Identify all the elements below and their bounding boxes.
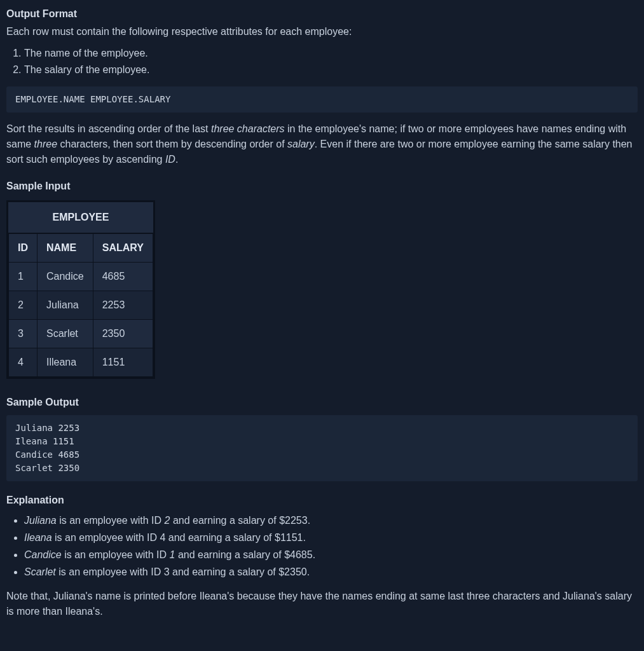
text: is an employee with ID 3 and earning a s… <box>56 566 310 577</box>
table-row: 3 Scarlet 2350 <box>9 320 153 348</box>
list-item: Scarlet is an employee with ID 3 and ear… <box>24 565 638 580</box>
explanation-list: Juliana is an employee with ID 2 and ear… <box>6 513 638 580</box>
table-row: 1 Candice 4685 <box>9 263 153 291</box>
text: is an employee with ID <box>62 549 170 560</box>
list-item: Juliana is an employee with ID 2 and ear… <box>24 513 638 528</box>
cell-salary: 2350 <box>93 320 153 348</box>
text: is an employee with ID 4 and earning a s… <box>52 532 306 543</box>
text: is an employee with ID <box>57 515 165 526</box>
output-format-code: EMPLOYEE.NAME EMPLOYEE.SALARY <box>6 86 638 113</box>
employee-name-italic: Juliana <box>24 515 57 526</box>
text: characters, then sort them by descending… <box>57 139 287 149</box>
heading-explanation: Explanation <box>6 493 638 508</box>
italic-text: ID <box>165 154 175 165</box>
list-item: Candice is an employee with ID 1 and ear… <box>24 547 638 563</box>
col-name: NAME <box>38 234 93 263</box>
explanation-note: Note that, Juliana's name is printed bef… <box>6 589 638 619</box>
table-header-row: ID NAME SALARY <box>9 234 153 263</box>
list-item: Ileana is an employee with ID 4 and earn… <box>24 530 638 545</box>
employee-name-italic: Candice <box>24 549 62 560</box>
cell-name: Scarlet <box>38 320 93 348</box>
cell-name: Juliana <box>38 291 93 320</box>
employee-name-italic: Scarlet <box>24 566 56 577</box>
text: and earning a salary of $2253. <box>170 515 310 526</box>
employee-name-italic: Ileana <box>24 532 52 543</box>
col-salary: SALARY <box>93 234 153 263</box>
italic-text: three characters <box>211 123 285 134</box>
cell-salary: 4685 <box>93 263 153 291</box>
cell-salary: 2253 <box>93 291 153 320</box>
italic-text: three <box>34 139 57 149</box>
employee-table-wrap: EMPLOYEE ID NAME SALARY 1 Candice 4685 2… <box>6 200 155 379</box>
italic-text: salary <box>287 139 315 149</box>
employee-table: EMPLOYEE ID NAME SALARY 1 Candice 4685 2… <box>8 202 153 377</box>
text: . <box>175 154 178 165</box>
cell-salary: 1151 <box>93 348 153 377</box>
cell-id: 2 <box>9 291 38 320</box>
output-format-list: The name of the employee. The salary of … <box>6 46 638 78</box>
cell-id: 4 <box>9 348 38 377</box>
text: and earning a salary of $4685. <box>175 549 315 560</box>
cell-name: Illeana <box>38 348 93 377</box>
cell-id: 1 <box>9 263 38 291</box>
list-item: The name of the employee. <box>24 46 638 61</box>
table-caption: EMPLOYEE <box>8 202 153 233</box>
list-item: The salary of the employee. <box>24 62 638 78</box>
heading-output-format: Output Format <box>6 6 638 22</box>
table-body: 1 Candice 4685 2 Juliana 2253 3 Scarlet … <box>9 263 153 377</box>
heading-sample-input: Sample Input <box>6 179 638 194</box>
output-format-intro: Each row must contain the following resp… <box>6 24 638 39</box>
table-row: 4 Illeana 1151 <box>9 348 153 377</box>
text: Sort the results in ascending order of t… <box>6 123 211 134</box>
problem-statement: Output Format Each row must contain the … <box>0 0 644 638</box>
sort-instructions: Sort the results in ascending order of t… <box>6 121 638 167</box>
col-id: ID <box>9 234 38 263</box>
sample-output-code: Juliana 2253 Ileana 1151 Candice 4685 Sc… <box>6 415 638 481</box>
table-row: 2 Juliana 2253 <box>9 291 153 320</box>
cell-name: Candice <box>38 263 93 291</box>
heading-sample-output: Sample Output <box>6 395 638 410</box>
cell-id: 3 <box>9 320 38 348</box>
